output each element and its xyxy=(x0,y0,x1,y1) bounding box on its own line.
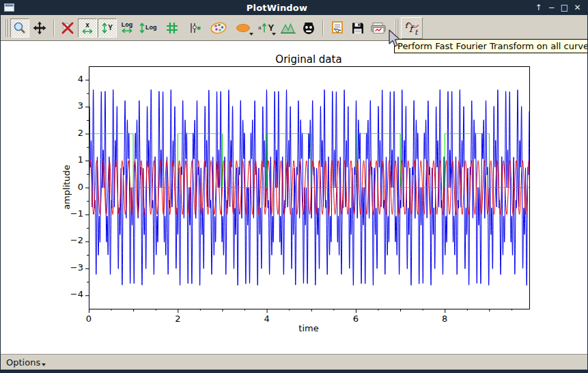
mask-icon xyxy=(302,21,316,35)
dropdown-caret-icon xyxy=(249,33,253,36)
title-bar: PlotWindow ↑ − □ ✕ xyxy=(1,0,587,15)
plot-title: Original data xyxy=(275,53,341,66)
x-tick-label: 4 xyxy=(257,314,277,324)
log-x-button[interactable]: Log xyxy=(117,18,137,38)
histogram-icon xyxy=(280,22,296,34)
log-y-arrow-icon: Log xyxy=(139,21,157,35)
curve-stats-button[interactable] xyxy=(278,18,298,38)
y-tick-label: 4 xyxy=(59,74,83,84)
axes-params-button[interactable] xyxy=(185,18,204,38)
y-tick-label: −3 xyxy=(59,262,83,273)
curve-sine xyxy=(89,161,529,215)
slider-params-icon xyxy=(188,21,201,35)
cancel-magnifier-icon xyxy=(60,20,75,36)
toolbar-separator xyxy=(322,20,324,36)
x-tick-label: 0 xyxy=(79,314,99,324)
y-tick-label: −1 xyxy=(59,208,83,219)
fft-icon: f f t xyxy=(403,19,421,37)
toolbar-handle[interactable] xyxy=(4,19,8,37)
y-range-tool-button[interactable]: a Y xyxy=(255,18,277,38)
x-axis-arrow-icon: x xyxy=(81,22,94,34)
log-x-arrow-icon: Log xyxy=(120,22,134,33)
y-tick-label: 0 xyxy=(59,182,83,192)
window-title: PlotWindow xyxy=(14,3,540,13)
x-tick-label: 8 xyxy=(434,314,455,324)
x-tick-label: 6 xyxy=(346,314,366,324)
shade-button[interactable]: ↑ xyxy=(534,3,543,12)
window-icon xyxy=(4,3,14,12)
dropdown-caret-icon xyxy=(42,363,46,366)
palette-icon xyxy=(210,21,227,35)
copy-to-clipboard-button[interactable] xyxy=(327,18,348,38)
grid-icon xyxy=(165,21,179,35)
svg-text:f: f xyxy=(409,24,415,34)
dropdown-caret-icon xyxy=(272,33,276,36)
curve-multisine xyxy=(89,89,529,286)
plot-curves xyxy=(1,41,588,355)
curve-square xyxy=(89,134,529,188)
mask-tool-button[interactable] xyxy=(299,18,318,38)
ellipse-tool-button[interactable] xyxy=(233,18,255,38)
fft-button[interactable]: f f t xyxy=(401,17,423,39)
log-y-button[interactable]: Log xyxy=(137,18,159,38)
clipboard-icon xyxy=(329,20,346,36)
x-tick-label: 2 xyxy=(167,314,188,324)
x-axis-label: time xyxy=(298,323,318,333)
maximize-button[interactable]: □ xyxy=(560,3,569,12)
plot-canvas[interactable]: Original data time amplitude 02468−4−3−2… xyxy=(1,41,587,355)
toolbar: x Y Log Log xyxy=(1,15,587,41)
options-button[interactable]: Options xyxy=(6,357,46,368)
disable-zoom-button[interactable] xyxy=(58,18,77,38)
close-button[interactable]: ✕ xyxy=(573,3,582,12)
x-axis-scale-button[interactable]: x xyxy=(78,18,97,38)
y-tick-label: 2 xyxy=(59,128,83,138)
options-label: Options xyxy=(6,357,40,368)
ellipse-icon xyxy=(236,23,252,33)
y-tick-label: 1 xyxy=(59,154,83,165)
pan-arrows-icon xyxy=(32,20,47,36)
y-axis-arrow-icon: Y xyxy=(102,21,113,35)
tooltip: Perform Fast Fourier Transform on all cu… xyxy=(394,39,588,53)
minimize-button[interactable]: − xyxy=(547,3,556,12)
zoom-button[interactable] xyxy=(10,18,29,38)
y-tick-label: −2 xyxy=(59,235,83,245)
floppy-disk-icon xyxy=(351,21,365,35)
save-button[interactable] xyxy=(348,18,367,38)
y-tick-label: 3 xyxy=(59,100,83,111)
y-axis-scale-button[interactable]: Y xyxy=(98,18,117,38)
window-controls: ↑ − □ ✕ xyxy=(534,0,582,15)
svg-text:t: t xyxy=(415,28,419,37)
mouse-cursor-icon xyxy=(385,29,400,49)
status-bar: Options xyxy=(1,354,587,370)
pan-button[interactable] xyxy=(30,18,49,38)
grid-button[interactable] xyxy=(163,18,182,38)
toolbar-separator xyxy=(53,20,55,36)
magnifier-icon xyxy=(12,20,27,36)
y-tick-label: −4 xyxy=(59,289,83,299)
plot-window: PlotWindow ↑ − □ ✕ xyxy=(0,0,588,373)
curve-style-button[interactable] xyxy=(208,18,229,38)
